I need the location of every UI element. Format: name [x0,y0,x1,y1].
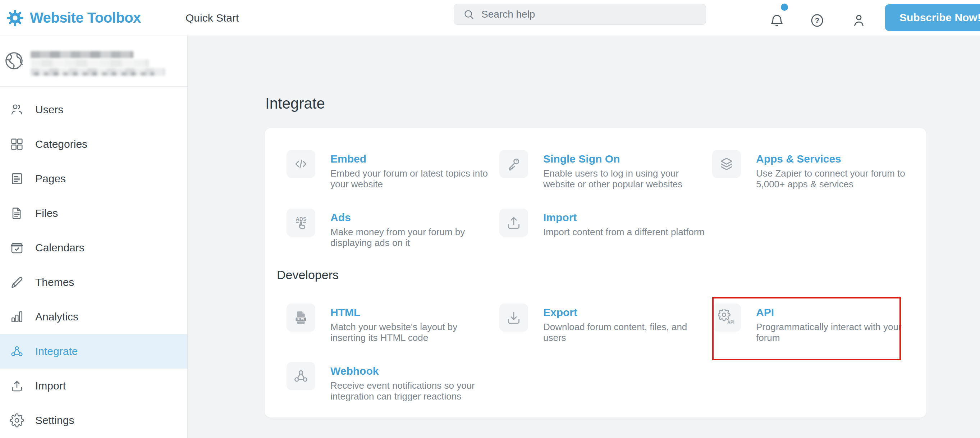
notification-badge [781,3,788,11]
tile-html[interactable]: HTML HTML Match your website's layout by… [286,304,500,354]
brand-logo[interactable]: Website Toolbox [6,0,141,36]
users-icon [10,102,24,117]
tile-title: Ads [330,212,492,224]
sidebar-item-label: Users [35,104,63,116]
sidebar-item-label: Categories [35,138,88,150]
sidebar-item-analytics[interactable]: Analytics [0,299,187,334]
sidebar-menu: Users Categories Pages Files Calendars T… [0,87,187,438]
tile-import[interactable]: Import Import content from a different p… [500,209,712,259]
globe-icon [3,49,25,72]
search-input[interactable] [480,8,702,21]
help-button[interactable]: ? [809,13,825,29]
tile-single-sign-on[interactable]: Single Sign On Enable users to log in us… [500,150,712,200]
quick-start-link[interactable]: Quick Start [186,0,239,36]
webhook-icon [10,344,24,358]
subscribe-label: Subscribe Now! [899,11,980,24]
embed-icon [286,150,315,178]
gear-logo-icon [6,9,24,27]
sidebar-item-import[interactable]: Import [0,369,187,403]
site-name-redacted [30,51,134,58]
api-icon: API [712,304,741,331]
sidebar-item-files[interactable]: Files [0,196,187,231]
calendars-icon [10,241,24,255]
svg-text:HTML: HTML [297,317,305,321]
layers-icon [712,150,741,178]
main-content: Integrate Embed Embed your forum or late… [188,36,980,438]
tile-api[interactable]: API API Programmatically interact with y… [712,304,925,354]
tile-title: Single Sign On [543,153,705,165]
themes-icon [10,275,24,290]
sidebar-item-label: Analytics [35,311,78,323]
tile-export[interactable]: Export Download forum content, files, an… [500,304,712,354]
upload-icon [500,209,528,237]
site-selector[interactable] [0,36,187,87]
topbar: Website Toolbox Quick Start ? Subscribe … [0,0,980,36]
tile-title: Webhook [330,365,492,377]
sidebar-item-label: Themes [35,276,74,288]
sidebar-item-calendars[interactable]: Calendars [0,231,187,265]
sidebar-item-categories[interactable]: Categories [0,127,187,161]
tile-description: Make money from your forum by displaying… [330,226,492,248]
tile-grid-general: Embed Embed your forum or latest topics … [286,150,926,259]
tile-description: Import content from a different platform [543,226,705,237]
sidebar-item-label: Files [35,207,58,219]
sidebar-item-themes[interactable]: Themes [0,265,187,299]
tile-description: Enable users to log in using your websit… [543,168,705,190]
tile-title: HTML [330,306,492,319]
bell-icon [769,13,785,29]
sidebar-item-label: Pages [35,173,66,185]
person-icon [851,13,867,29]
tile-apps-services[interactable]: Apps & Services Use Zapier to connect yo… [712,150,925,200]
tile-grid-developers: HTML HTML Match your website's layout by… [286,304,926,413]
sidebar-item-label: Integrate [35,345,78,357]
key-icon [500,150,528,178]
tile-title: Embed [330,153,492,165]
section-heading-developers: Developers [277,268,926,281]
notifications-button[interactable] [769,13,785,29]
html-icon: HTML [286,304,315,331]
tile-description: Match your website's layout by inserting… [330,322,492,343]
integrations-card: Embed Embed your forum or latest topics … [265,128,926,417]
tile-description: Download forum content, files, and users [543,322,705,343]
settings-icon [10,413,24,428]
sidebar-item-users[interactable]: Users [0,92,187,127]
tile-description: Receive event notifications so your inte… [330,380,492,402]
tile-ads[interactable]: ADS Ads Make money from your forum by di… [286,209,500,259]
question-icon: ? [809,13,825,29]
site-line-redacted [30,59,149,67]
page-title: Integrate [265,96,325,111]
sidebar-item-settings[interactable]: Settings [0,403,187,438]
categories-icon [10,137,24,151]
sidebar-item-label: Import [35,380,66,392]
sidebar-item-label: Settings [35,414,74,427]
tile-webhook[interactable]: Webhook Receive event notifications so y… [286,362,500,413]
sidebar: Users Categories Pages Files Calendars T… [0,36,188,438]
tile-title: Import [543,212,705,224]
analytics-icon [10,310,24,324]
site-url-redacted [30,68,165,76]
search-icon [463,8,475,21]
account-button[interactable] [851,13,867,29]
help-search[interactable] [454,4,706,25]
sidebar-item-integrate[interactable]: Integrate [0,334,187,369]
tile-description: Embed your forum or latest topics into y… [330,168,492,190]
tile-embed[interactable]: Embed Embed your forum or latest topics … [286,150,500,200]
brand-name: Website Toolbox [30,10,141,26]
files-icon [10,206,24,220]
sidebar-item-pages[interactable]: Pages [0,161,187,196]
svg-text:?: ? [815,16,819,24]
download-icon [500,304,528,331]
svg-text:API: API [727,320,735,325]
ads-icon: ADS [286,209,315,237]
pages-icon [10,172,24,186]
tile-description: Use Zapier to connect your forum to 5,00… [756,168,918,190]
subscribe-button[interactable]: Subscribe Now! [885,4,980,31]
tile-title: Export [543,306,705,319]
tile-title: Apps & Services [756,153,918,165]
sidebar-item-label: Calendars [35,242,84,254]
webhook-icon [286,362,315,390]
tile-description: Programmatically interact with your foru… [756,322,918,343]
svg-text:ADS: ADS [296,216,306,222]
upload-icon [10,379,24,393]
tile-title: API [756,306,918,319]
